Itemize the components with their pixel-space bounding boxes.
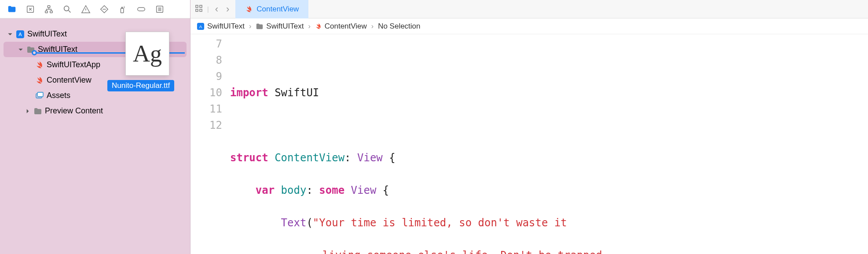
protocol-name: View <box>357 152 383 164</box>
editor-area: | ‹ › ContentView A SwiftUIText › SwiftU… <box>190 0 868 254</box>
svg-rect-11 <box>37 92 43 97</box>
swift-file-icon <box>245 5 253 13</box>
keyword: some <box>319 184 344 196</box>
line-number: 11 <box>190 101 222 117</box>
square-x-icon[interactable] <box>21 0 40 18</box>
project-navigator: A SwiftUIText SwiftUIText SwiftUITe <box>0 18 190 254</box>
swift-file-icon <box>35 76 44 85</box>
keyword: var <box>256 184 275 196</box>
pill-icon[interactable] <box>132 0 150 18</box>
breadcrumb-label: ContentView <box>325 22 367 31</box>
line-number: 10 <box>190 85 222 101</box>
svg-rect-15 <box>200 9 202 11</box>
code-content[interactable]: import SwiftUI struct ContentView: View … <box>230 36 868 254</box>
code-text: ( <box>306 217 312 229</box>
chevron-right-icon: › <box>249 22 251 30</box>
file-label: ContentView <box>47 76 92 85</box>
folder-icon[interactable] <box>3 0 21 18</box>
code-text: SwiftUI <box>268 87 319 99</box>
line-number: 7 <box>190 36 222 52</box>
file-label: SwiftUITextApp <box>47 60 100 69</box>
navigator-toolbar <box>0 0 190 18</box>
related-items-icon[interactable] <box>195 4 203 14</box>
string-literal: living someone else's life. Don't be tra… <box>322 249 602 254</box>
app-project-icon: A <box>16 30 25 39</box>
nav-forward-button[interactable]: › <box>224 4 231 15</box>
keyword: struct <box>230 152 268 164</box>
breadcrumb-file[interactable]: ContentView <box>315 22 367 31</box>
svg-rect-2 <box>45 11 48 13</box>
code-editor[interactable]: 7 8 9 10 11 12 import SwiftUI struct Con… <box>190 34 868 254</box>
svg-rect-14 <box>196 9 198 11</box>
svg-text:A: A <box>18 32 22 37</box>
diamond-icon[interactable] <box>95 0 114 18</box>
breadcrumb-label: SwiftUIText <box>207 22 245 31</box>
folder-label: Preview Content <box>45 106 103 116</box>
drag-insertion-marker <box>32 50 37 55</box>
svg-point-4 <box>64 6 69 11</box>
code-text: : <box>306 184 319 196</box>
function-call: Text <box>281 217 307 229</box>
tab-label: ContentView <box>256 5 299 14</box>
code-text: { <box>383 152 396 164</box>
assets-icon <box>35 91 44 100</box>
drag-filename-label: Nunito-Regular.ttf <box>112 81 170 90</box>
string-literal: "Your time is limited, so don't waste it <box>313 217 567 229</box>
breadcrumb-selection[interactable]: No Selection <box>378 22 420 31</box>
line-gutter: 7 8 9 10 11 12 <box>190 36 230 254</box>
swift-file-icon <box>35 61 44 69</box>
project-name-label: SwiftUIText <box>27 29 67 39</box>
line-number: 9 <box>190 69 222 85</box>
tab-contentview[interactable]: ContentView <box>235 0 308 18</box>
breadcrumb-label: No Selection <box>378 22 420 31</box>
svg-rect-3 <box>50 11 53 13</box>
drag-font-preview: Ag <box>125 32 169 76</box>
spray-icon[interactable] <box>114 0 132 18</box>
code-text: : <box>344 152 357 164</box>
hierarchy-icon[interactable] <box>40 0 58 18</box>
chevron-right-icon: › <box>371 22 374 30</box>
warning-icon[interactable] <box>77 0 95 18</box>
tab-bar: | ‹ › ContentView <box>190 0 868 18</box>
svg-rect-1 <box>48 5 50 7</box>
property-name: body <box>275 184 306 196</box>
nav-back-button[interactable]: ‹ <box>213 4 220 15</box>
search-icon[interactable] <box>58 0 77 18</box>
code-text: { <box>376 184 389 196</box>
folder-row-preview[interactable]: Preview Content <box>0 103 190 119</box>
type-name: View <box>344 184 376 196</box>
svg-rect-12 <box>196 5 198 7</box>
breadcrumb-label: SwiftUIText <box>266 22 304 31</box>
list-icon[interactable] <box>150 0 169 18</box>
navigator-sidebar: A SwiftUIText SwiftUIText SwiftUITe <box>0 0 190 254</box>
chevron-down-icon[interactable] <box>18 47 24 53</box>
svg-rect-6 <box>138 7 145 11</box>
chevron-right-icon[interactable] <box>25 108 31 114</box>
line-number: 12 <box>190 117 222 134</box>
chevron-right-icon: › <box>308 22 310 30</box>
chevron-down-icon[interactable] <box>7 31 13 37</box>
svg-text:A: A <box>199 24 202 29</box>
tab-nav-controls: | ‹ › <box>190 4 235 15</box>
drag-filename-badge: Nunito-Regular.ttf <box>107 80 174 91</box>
folder-icon <box>33 107 42 116</box>
breadcrumb-folder[interactable]: SwiftUIText <box>256 22 304 31</box>
breadcrumb-project[interactable]: A SwiftUIText <box>197 22 245 31</box>
breadcrumb-bar: A SwiftUIText › SwiftUIText › ContentVie… <box>190 18 868 34</box>
line-number: 8 <box>190 52 222 69</box>
file-label: Assets <box>47 91 70 100</box>
keyword: import <box>230 87 268 99</box>
svg-rect-5 <box>121 8 123 13</box>
font-glyph-label: Ag <box>133 40 162 67</box>
type-name: ContentView <box>268 152 344 164</box>
svg-rect-13 <box>200 5 202 7</box>
